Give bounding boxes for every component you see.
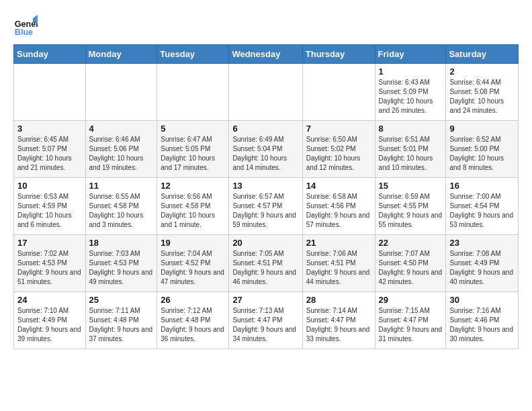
calendar-cell [85, 64, 157, 121]
day-number: 24 [17, 295, 82, 305]
day-header-thursday: Thursday [302, 45, 375, 64]
day-info: Sunrise: 6:53 AM Sunset: 4:59 PM Dayligh… [17, 192, 82, 230]
calendar-cell: 12Sunrise: 6:56 AM Sunset: 4:58 PM Dayli… [157, 178, 229, 235]
day-number: 14 [306, 181, 371, 191]
calendar-cell: 5Sunrise: 6:47 AM Sunset: 5:05 PM Daylig… [157, 121, 229, 178]
day-info: Sunrise: 6:43 AM Sunset: 5:09 PM Dayligh… [379, 78, 443, 116]
day-info: Sunrise: 7:05 AM Sunset: 4:51 PM Dayligh… [232, 249, 298, 287]
calendar-cell: 7Sunrise: 6:50 AM Sunset: 5:02 PM Daylig… [302, 121, 375, 178]
day-info: Sunrise: 7:15 AM Sunset: 4:47 PM Dayligh… [379, 306, 443, 344]
day-header-wednesday: Wednesday [229, 45, 302, 64]
day-number: 2 [449, 66, 515, 77]
day-info: Sunrise: 6:59 AM Sunset: 4:55 PM Dayligh… [379, 192, 443, 230]
calendar-cell: 4Sunrise: 6:46 AM Sunset: 5:06 PM Daylig… [85, 121, 157, 178]
calendar: SundayMondayTuesdayWednesdayThursdayFrid… [13, 44, 519, 349]
calendar-cell [302, 64, 375, 121]
day-info: Sunrise: 6:45 AM Sunset: 5:07 PM Dayligh… [17, 135, 82, 173]
calendar-cell [14, 64, 86, 121]
day-info: Sunrise: 7:08 AM Sunset: 4:49 PM Dayligh… [449, 249, 515, 287]
calendar-cell: 28Sunrise: 7:14 AM Sunset: 4:47 PM Dayli… [302, 292, 375, 349]
day-info: Sunrise: 7:16 AM Sunset: 4:46 PM Dayligh… [449, 306, 515, 344]
day-number: 27 [232, 295, 298, 305]
day-number: 10 [17, 181, 82, 191]
day-number: 18 [89, 238, 154, 248]
day-number: 9 [449, 124, 515, 134]
day-info: Sunrise: 7:10 AM Sunset: 4:49 PM Dayligh… [17, 306, 82, 344]
day-info: Sunrise: 6:56 AM Sunset: 4:58 PM Dayligh… [161, 192, 225, 230]
day-header-saturday: Saturday [446, 45, 519, 64]
day-info: Sunrise: 6:55 AM Sunset: 4:58 PM Dayligh… [89, 192, 154, 230]
day-number: 4 [89, 124, 154, 134]
day-header-friday: Friday [375, 45, 446, 64]
day-number: 26 [161, 295, 225, 305]
calendar-week-3: 17Sunrise: 7:02 AM Sunset: 4:53 PM Dayli… [14, 235, 519, 292]
day-number: 25 [89, 295, 154, 305]
calendar-week-4: 24Sunrise: 7:10 AM Sunset: 4:49 PM Dayli… [14, 292, 519, 349]
logo: General Blue [13, 13, 40, 38]
calendar-week-0: 1Sunrise: 6:43 AM Sunset: 5:09 PM Daylig… [14, 64, 519, 121]
calendar-cell: 25Sunrise: 7:11 AM Sunset: 4:48 PM Dayli… [85, 292, 157, 349]
day-number: 20 [232, 238, 298, 248]
day-info: Sunrise: 6:49 AM Sunset: 5:04 PM Dayligh… [232, 135, 298, 173]
day-number: 1 [379, 66, 443, 77]
day-info: Sunrise: 7:12 AM Sunset: 4:48 PM Dayligh… [161, 306, 225, 344]
calendar-cell: 8Sunrise: 6:51 AM Sunset: 5:01 PM Daylig… [375, 121, 446, 178]
calendar-cell: 17Sunrise: 7:02 AM Sunset: 4:53 PM Dayli… [14, 235, 86, 292]
calendar-cell: 30Sunrise: 7:16 AM Sunset: 4:46 PM Dayli… [446, 292, 519, 349]
calendar-cell: 15Sunrise: 6:59 AM Sunset: 4:55 PM Dayli… [375, 178, 446, 235]
day-number: 30 [449, 295, 515, 305]
day-info: Sunrise: 7:13 AM Sunset: 4:47 PM Dayligh… [232, 306, 298, 344]
calendar-cell: 26Sunrise: 7:12 AM Sunset: 4:48 PM Dayli… [157, 292, 229, 349]
day-info: Sunrise: 7:07 AM Sunset: 4:50 PM Dayligh… [379, 249, 443, 287]
day-info: Sunrise: 7:02 AM Sunset: 4:53 PM Dayligh… [17, 249, 82, 287]
calendar-cell [157, 64, 229, 121]
day-info: Sunrise: 6:50 AM Sunset: 5:02 PM Dayligh… [306, 135, 371, 173]
day-number: 19 [161, 238, 225, 248]
day-number: 12 [161, 181, 225, 191]
day-number: 7 [306, 124, 371, 134]
calendar-cell: 18Sunrise: 7:03 AM Sunset: 4:53 PM Dayli… [85, 235, 157, 292]
day-number: 15 [379, 181, 443, 191]
calendar-cell [229, 64, 302, 121]
day-number: 28 [306, 295, 371, 305]
day-info: Sunrise: 7:03 AM Sunset: 4:53 PM Dayligh… [89, 249, 154, 287]
calendar-cell: 3Sunrise: 6:45 AM Sunset: 5:07 PM Daylig… [14, 121, 86, 178]
logo-icon: General Blue [13, 13, 38, 38]
day-header-tuesday: Tuesday [157, 45, 229, 64]
calendar-cell: 19Sunrise: 7:04 AM Sunset: 4:52 PM Dayli… [157, 235, 229, 292]
header: General Blue [13, 13, 519, 38]
calendar-cell: 21Sunrise: 7:06 AM Sunset: 4:51 PM Dayli… [302, 235, 375, 292]
calendar-cell: 2Sunrise: 6:44 AM Sunset: 5:08 PM Daylig… [446, 64, 519, 121]
day-number: 21 [306, 238, 371, 248]
day-info: Sunrise: 6:47 AM Sunset: 5:05 PM Dayligh… [161, 135, 225, 173]
calendar-week-1: 3Sunrise: 6:45 AM Sunset: 5:07 PM Daylig… [14, 121, 519, 178]
day-number: 5 [161, 124, 225, 134]
day-info: Sunrise: 7:11 AM Sunset: 4:48 PM Dayligh… [89, 306, 154, 344]
calendar-cell: 11Sunrise: 6:55 AM Sunset: 4:58 PM Dayli… [85, 178, 157, 235]
day-info: Sunrise: 7:06 AM Sunset: 4:51 PM Dayligh… [306, 249, 371, 287]
calendar-week-2: 10Sunrise: 6:53 AM Sunset: 4:59 PM Dayli… [14, 178, 519, 235]
calendar-cell: 23Sunrise: 7:08 AM Sunset: 4:49 PM Dayli… [446, 235, 519, 292]
calendar-cell: 6Sunrise: 6:49 AM Sunset: 5:04 PM Daylig… [229, 121, 302, 178]
day-info: Sunrise: 7:04 AM Sunset: 4:52 PM Dayligh… [161, 249, 225, 287]
calendar-cell: 9Sunrise: 6:52 AM Sunset: 5:00 PM Daylig… [446, 121, 519, 178]
day-number: 16 [449, 181, 515, 191]
day-info: Sunrise: 7:14 AM Sunset: 4:47 PM Dayligh… [306, 306, 371, 344]
svg-text:Blue: Blue [15, 28, 33, 37]
day-number: 23 [449, 238, 515, 248]
day-number: 13 [232, 181, 298, 191]
day-header-monday: Monday [85, 45, 157, 64]
calendar-cell: 22Sunrise: 7:07 AM Sunset: 4:50 PM Dayli… [375, 235, 446, 292]
calendar-cell: 16Sunrise: 7:00 AM Sunset: 4:54 PM Dayli… [446, 178, 519, 235]
day-info: Sunrise: 7:00 AM Sunset: 4:54 PM Dayligh… [449, 192, 515, 230]
calendar-cell: 1Sunrise: 6:43 AM Sunset: 5:09 PM Daylig… [375, 64, 446, 121]
day-number: 17 [17, 238, 82, 248]
day-info: Sunrise: 6:51 AM Sunset: 5:01 PM Dayligh… [379, 135, 443, 173]
day-number: 29 [379, 295, 443, 305]
day-number: 6 [232, 124, 298, 134]
day-number: 22 [379, 238, 443, 248]
day-header-sunday: Sunday [14, 45, 86, 64]
day-info: Sunrise: 6:52 AM Sunset: 5:00 PM Dayligh… [449, 135, 515, 173]
day-number: 3 [17, 124, 82, 134]
day-number: 11 [89, 181, 154, 191]
